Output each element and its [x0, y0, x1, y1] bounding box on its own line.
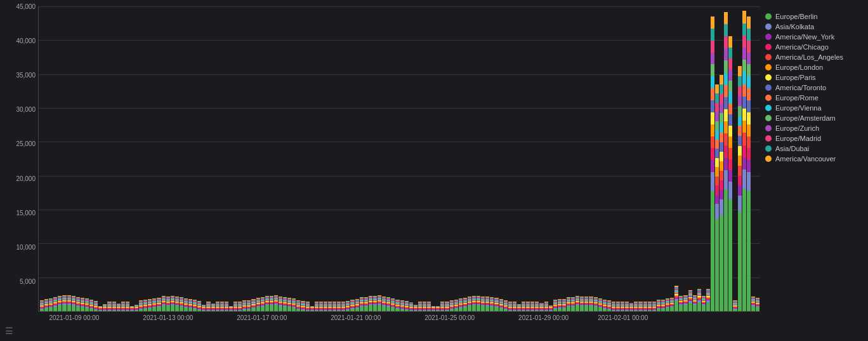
bar-group — [629, 6, 633, 311]
legend-item: Asia/Kolkata — [765, 23, 863, 30]
bar-group — [733, 6, 737, 311]
bar-group — [485, 6, 489, 311]
bar-segment — [283, 306, 287, 311]
bar-group — [81, 6, 84, 311]
bar-segment — [693, 305, 697, 311]
bar-group — [400, 6, 404, 311]
bar-group — [549, 6, 553, 311]
bar-segment — [711, 64, 714, 76]
bar-group — [652, 6, 656, 311]
bar-segment — [724, 85, 728, 97]
bar-group — [621, 6, 624, 311]
bar-segment — [715, 140, 719, 149]
x-tick-label: 2021-01-17 00:00 — [237, 314, 287, 321]
bar-group — [242, 6, 246, 311]
bar-segment — [386, 307, 390, 311]
bar-group — [337, 6, 341, 311]
bar-group — [405, 6, 409, 311]
y-tick-label: 15,000 — [16, 209, 36, 216]
bar-segment — [688, 302, 692, 311]
bar-segment — [742, 23, 746, 36]
bar-segment — [634, 311, 638, 311]
bar-group — [251, 6, 255, 311]
bar-segment — [720, 199, 723, 215]
bar-segment — [612, 311, 615, 311]
bar-segment — [715, 219, 719, 311]
bar-group — [643, 6, 647, 311]
bar-segment — [720, 104, 723, 113]
bar-group — [364, 6, 368, 311]
bar-segment — [724, 170, 728, 190]
bar-segment — [107, 311, 111, 311]
chart-legend: Europe/BerlinAsia/KolkataAmerica/New_Yor… — [760, 6, 868, 341]
legend-label: Europe/Paris — [775, 74, 816, 81]
bar-group — [279, 6, 282, 311]
y-tick-label: 45,000 — [16, 3, 36, 10]
legend-item: Europe/Zurich — [765, 124, 863, 132]
bar-group — [157, 6, 161, 311]
bar-segment — [400, 309, 404, 311]
legend-dot — [765, 125, 772, 131]
bar-group — [319, 6, 323, 311]
bar-group — [724, 6, 728, 311]
bar-segment — [702, 305, 706, 311]
bar-segment — [603, 309, 607, 311]
legend-label: Asia/Kolkata — [775, 23, 814, 30]
bar-group — [751, 6, 755, 311]
bar-segment — [139, 309, 143, 311]
list-icon[interactable]: ☰ — [5, 326, 13, 336]
bar-segment — [738, 116, 742, 126]
legend-dot — [765, 13, 772, 20]
bar-group — [463, 6, 467, 311]
bar-group — [594, 6, 598, 311]
bar-group — [355, 6, 359, 311]
bar-group — [107, 6, 111, 311]
bar-group — [378, 6, 381, 311]
legend-dot — [765, 44, 772, 50]
bar-segment — [728, 48, 732, 59]
legend-label: America/Chicago — [775, 43, 829, 51]
bar-segment — [477, 305, 480, 311]
bar-segment — [206, 311, 210, 311]
bar-segment — [364, 306, 368, 311]
chart-grid — [38, 6, 760, 312]
bar-group — [139, 6, 143, 311]
bar-segment — [720, 133, 723, 142]
bar-group — [395, 6, 399, 311]
bar-group — [571, 6, 575, 311]
bar-group — [310, 6, 314, 311]
bar-segment — [742, 170, 746, 189]
bar-group — [193, 6, 197, 311]
bar-segment — [369, 305, 372, 311]
legend-label: America/Vancouver — [775, 155, 836, 163]
bar-segment — [715, 93, 719, 103]
legend-item: Europe/Vienna — [765, 104, 863, 112]
x-tick-label: 2021-01-09 00:00 — [49, 314, 99, 321]
bar-segment — [558, 308, 562, 311]
bar-segment — [742, 48, 746, 60]
bar-group — [292, 6, 296, 311]
bar-group — [265, 6, 269, 311]
bar-segment — [715, 195, 719, 204]
bar-segment — [711, 17, 714, 29]
bar-segment — [575, 305, 579, 311]
bar-group — [634, 6, 638, 311]
bar-segment — [711, 76, 714, 88]
bar-group — [459, 6, 463, 311]
bar-segment — [589, 305, 593, 311]
bar-group — [494, 6, 498, 311]
bar-group — [720, 6, 723, 311]
bar-segment — [360, 307, 364, 311]
bar-segment — [494, 307, 498, 311]
bar-segment — [715, 177, 719, 186]
legend-label: America/Los_Angeles — [775, 53, 843, 61]
bar-group — [67, 6, 71, 311]
y-tick-label: 35,000 — [16, 72, 36, 79]
bar-segment — [135, 311, 138, 311]
bar-group — [296, 6, 300, 311]
bar-segment — [53, 307, 57, 312]
bar-segment — [535, 311, 539, 311]
bar-group — [391, 6, 395, 311]
bar-group — [567, 6, 570, 311]
bar-group — [688, 6, 692, 311]
